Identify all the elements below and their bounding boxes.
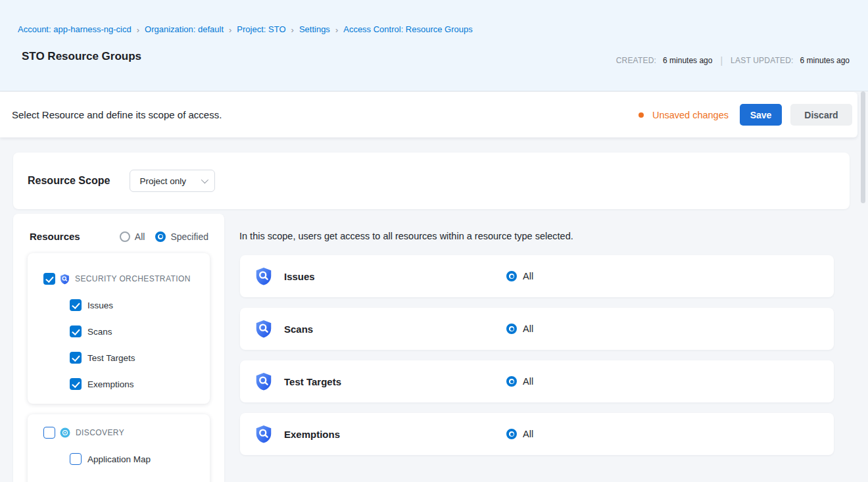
breadcrumb-settings[interactable]: Settings xyxy=(299,24,330,34)
chevron-down-icon xyxy=(201,176,208,183)
access-option-all: All xyxy=(506,271,533,281)
radio-option-specified[interactable]: Specified xyxy=(155,231,208,242)
discovery-icon xyxy=(59,427,71,439)
checkbox-issues[interactable] xyxy=(70,299,82,311)
access-option-all: All xyxy=(506,429,533,439)
group-row-discovery: DISCOVERY xyxy=(43,427,124,439)
action-toolbar: Select Resource and define its scope of … xyxy=(0,92,857,137)
meta-divider: | xyxy=(719,55,724,66)
resource-row-application-map: Application Map xyxy=(70,453,151,465)
resource-card-issues: Issues All xyxy=(240,255,834,297)
last-updated-label: LAST UPDATED: xyxy=(731,56,794,65)
resource-item-label: Exemptions xyxy=(87,379,134,389)
access-all-label: All xyxy=(523,271,533,281)
resource-scope-selected-value: Project only xyxy=(139,176,186,186)
radio-specified-label: Specified xyxy=(170,231,208,242)
access-all-label: All xyxy=(523,324,533,334)
sto-shield-icon xyxy=(254,372,274,391)
resource-row-test-targets: Test Targets xyxy=(70,352,135,364)
sto-shield-icon xyxy=(59,274,70,285)
toolbar-description: Select Resource and define its scope of … xyxy=(12,109,222,120)
resource-card-title: Issues xyxy=(284,271,315,282)
checkbox-security-orchestration[interactable] xyxy=(43,273,55,285)
group-card-discovery: DISCOVERY Application Map xyxy=(28,414,210,482)
resource-card-title: Test Targets xyxy=(284,376,341,387)
group-label: DISCOVERY xyxy=(76,428,124,437)
discard-button[interactable]: Discard xyxy=(790,104,852,126)
group-row-security-orchestration: SECURITY ORCHESTRATION xyxy=(43,273,191,285)
resource-item-label: Scans xyxy=(87,327,112,337)
radio-all-label: All xyxy=(135,231,145,242)
resources-title: Resources xyxy=(30,231,80,242)
resource-item-label: Application Map xyxy=(87,454,151,464)
radio-specified-icon[interactable] xyxy=(155,231,166,242)
breadcrumb: Account: app-harness-ng-cicd › Organizat… xyxy=(18,24,473,34)
scope-description: In this scope, users get access to all r… xyxy=(239,231,573,241)
created-label: CREATED: xyxy=(616,56,656,65)
radio-all-icon[interactable] xyxy=(506,376,517,387)
checkbox-application-map[interactable] xyxy=(70,453,82,465)
page-title: STO Resource Groups xyxy=(22,50,141,63)
created-updated-meta: CREATED: 6 minutes ago | LAST UPDATED: 6… xyxy=(616,55,850,66)
resource-scope-card: Resource Scope Project only xyxy=(13,153,850,209)
chevron-right-icon: › xyxy=(291,25,294,34)
resource-row-scans: Scans xyxy=(70,325,112,337)
sto-shield-icon xyxy=(254,266,274,286)
resources-mode-radio-group: All Specified xyxy=(120,231,208,242)
resource-row-exemptions: Exemptions xyxy=(70,378,134,390)
resources-panel: Resources All Specified xyxy=(13,214,224,482)
resource-scope-label: Resource Scope xyxy=(28,175,110,187)
breadcrumb-project[interactable]: Project: STO xyxy=(237,24,285,34)
access-option-all: All xyxy=(506,324,533,334)
page-header: Account: app-harness-ng-cicd › Organizat… xyxy=(0,0,868,91)
breadcrumb-access-control[interactable]: Access Control: Resource Groups xyxy=(343,24,473,34)
resource-card-title: Scans xyxy=(284,324,313,335)
breadcrumb-organization[interactable]: Organization: default xyxy=(145,24,224,34)
resource-card-title: Exemptions xyxy=(284,429,340,440)
chevron-right-icon: › xyxy=(335,25,338,34)
sto-shield-icon xyxy=(254,424,274,444)
breadcrumb-account[interactable]: Account: app-harness-ng-cicd xyxy=(18,24,132,34)
radio-all-icon[interactable] xyxy=(120,231,130,242)
chevron-right-icon: › xyxy=(137,25,139,34)
sto-shield-icon xyxy=(254,319,274,339)
checkbox-discovery[interactable] xyxy=(43,427,55,439)
checkbox-exemptions[interactable] xyxy=(70,378,82,390)
radio-all-icon[interactable] xyxy=(506,429,517,439)
access-option-all: All xyxy=(506,376,533,387)
unsaved-changes-status: Unsaved changes xyxy=(652,110,729,120)
chevron-right-icon: › xyxy=(229,25,231,34)
resources-panel-header: Resources All Specified xyxy=(13,214,224,242)
radio-option-all[interactable]: All xyxy=(120,231,145,242)
resource-item-label: Test Targets xyxy=(87,353,135,363)
checkbox-test-targets[interactable] xyxy=(70,352,82,364)
last-updated-value: 6 minutes ago xyxy=(800,56,850,65)
created-value: 6 minutes ago xyxy=(663,56,712,65)
resource-item-label: Issues xyxy=(87,301,113,310)
resource-card-test-targets: Test Targets All xyxy=(240,360,834,402)
resource-scope-dropdown[interactable]: Project only xyxy=(130,170,215,192)
vertical-scrollbar[interactable] xyxy=(861,91,865,203)
toolbar-actions: Unsaved changes Save Discard xyxy=(639,104,852,126)
access-all-label: All xyxy=(523,376,533,387)
resource-card-exemptions: Exemptions All xyxy=(240,413,834,455)
resource-row-issues: Issues xyxy=(70,299,113,311)
group-card-security-orchestration: SECURITY ORCHESTRATION Issues Scans Test… xyxy=(28,253,210,404)
unsaved-dot-icon xyxy=(639,112,644,118)
access-all-label: All xyxy=(523,429,533,439)
resource-groups-page: Account: app-harness-ng-cicd › Organizat… xyxy=(0,0,868,482)
save-button[interactable]: Save xyxy=(740,104,782,126)
radio-all-icon[interactable] xyxy=(506,271,517,281)
checkbox-scans[interactable] xyxy=(70,325,82,337)
resource-card-scans: Scans All xyxy=(240,308,834,350)
radio-all-icon[interactable] xyxy=(506,324,517,334)
group-label: SECURITY ORCHESTRATION xyxy=(75,274,191,283)
